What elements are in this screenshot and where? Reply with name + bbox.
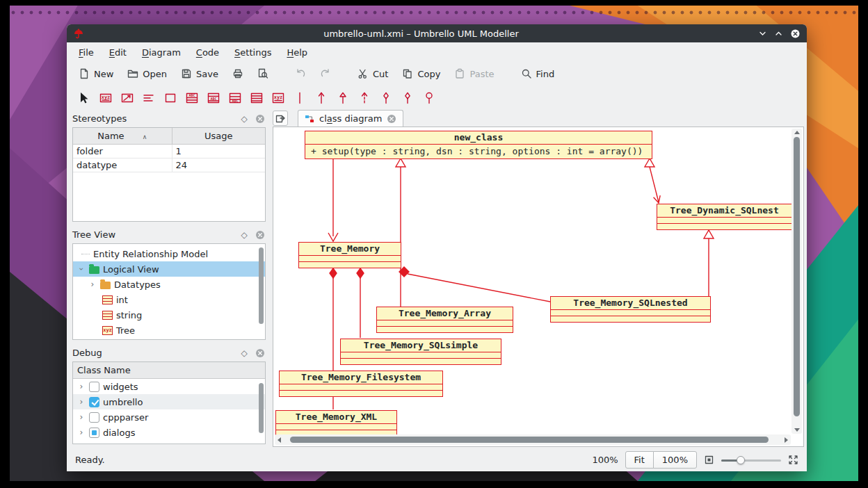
table-row[interactable]: datatype 24 [73,158,265,172]
paste-button[interactable]: Paste [449,65,499,82]
select-tool[interactable] [74,88,94,108]
aggregation-tool[interactable] [397,88,417,108]
horizontal-scrollbar-thumb[interactable] [290,437,769,443]
entity-tool[interactable]: xyz [268,88,288,108]
expander-chevron-icon[interactable]: › [77,265,86,273]
scroll-up-icon[interactable] [794,131,800,134]
class-name-column-header[interactable]: Class Name [73,362,265,379]
find-button[interactable]: Find [516,65,560,82]
zoom-slider[interactable] [721,455,781,466]
close-tab-icon[interactable] [387,114,396,124]
uml-class-tree-memory-sqlsimple[interactable]: Tree_Memory_SQLsimple [340,339,501,365]
diagram-tabbar: class diagram [270,110,807,127]
expander-chevron-icon[interactable]: › [88,280,97,288]
column-header-usage[interactable]: Usage [172,128,265,144]
uml-class-tree-memory-xml[interactable]: Tree_Memory_XML [275,410,397,437]
float-dock-icon[interactable]: ◇ [239,113,250,124]
uml-class-tree-memory[interactable]: Tree_Memory [298,242,401,268]
uml-class-tree-memory-sqlnested[interactable]: Tree_Memory_SQLnested [550,296,711,323]
close-dock-icon[interactable] [255,348,266,359]
vertical-scrollbar-thumb[interactable] [794,137,800,416]
copy-button[interactable]: Copy [397,65,445,82]
object-tool[interactable]: xyz [95,88,115,108]
save-button[interactable]: Save [176,65,223,82]
titlebar[interactable]: umbrello-uml.xmi – Umbrello UML Modeller [67,24,807,42]
interface-tool[interactable]: ABC [203,88,223,108]
scroll-left-icon[interactable] [278,437,281,443]
expander-chevron-icon[interactable]: › [77,398,86,406]
tree-item-int[interactable]: int [73,292,265,307]
expander-chevron-icon[interactable]: › [77,428,86,437]
debug-item-umbrello[interactable]: › umbrello [73,394,265,409]
vertical-scrollbar[interactable] [791,129,802,434]
cppparser-checkbox[interactable] [89,412,99,423]
tree-scrollbar-thumb[interactable] [259,247,264,324]
dialogs-checkbox[interactable] [89,428,99,438]
directional-association-tool[interactable] [311,88,331,108]
message-tool[interactable] [117,88,137,108]
expander-chevron-icon[interactable]: › [77,413,86,421]
menu-file[interactable]: File [72,45,100,60]
box-tool[interactable] [160,88,180,108]
widgets-checkbox[interactable] [89,382,99,392]
methods-compartment [341,358,501,364]
composition-tool[interactable] [376,88,396,108]
menu-edit[interactable]: Edit [103,45,133,60]
debug-scrollbar-thumb[interactable] [259,383,264,433]
dependency-tool[interactable] [354,88,374,108]
entity-box-icon: xyz [102,326,113,335]
new-button[interactable]: New [74,65,118,82]
association-tool[interactable] [289,88,310,108]
containment-tool[interactable] [419,88,439,108]
scroll-right-icon[interactable] [785,437,788,443]
table-row[interactable]: folder 1 [73,144,265,158]
horizontal-scrollbar[interactable] [275,434,791,445]
float-dock-icon[interactable]: ◇ [239,229,250,241]
expander-chevron-icon[interactable]: › [77,382,86,391]
tree-item-datatypes[interactable]: › Datatypes [73,277,265,292]
class-tool[interactable]: ABC [182,88,202,108]
debug-item-widgets[interactable]: › widgets [73,379,265,394]
minimize-button[interactable] [758,29,767,38]
print-preview-button[interactable] [252,65,273,82]
uml-class-new-class[interactable]: new_class + setup(type : string, dsn : s… [305,131,652,159]
generalization-tool[interactable] [332,88,353,108]
debug-item-dialogs[interactable]: › dialogs [73,425,265,440]
diagram-canvas[interactable]: new_class + setup(type : string, dsn : s… [273,127,804,447]
note-tool[interactable] [138,88,159,108]
umbrello-checkbox[interactable] [89,397,99,407]
tree-item-string[interactable]: string [73,307,265,323]
maximize-button[interactable] [774,29,783,38]
uml-class-tree-memory-array[interactable]: Tree_Memory_Array [376,307,513,333]
undo-button[interactable] [290,65,311,82]
uml-class-tree-memory-filesystem[interactable]: Tree_Memory_Filesystem [279,371,443,397]
tree-item-tree[interactable]: xyz Tree [73,323,265,338]
slider-knob[interactable] [737,456,745,464]
menu-diagram[interactable]: Diagram [136,45,187,60]
uml-class-tree-dynamic-sqlnest[interactable]: Tree_Dynamic_SQLnest [657,204,791,230]
scroll-down-icon[interactable] [794,428,800,432]
menu-code[interactable]: Code [190,45,225,60]
open-button[interactable]: Open [122,65,172,82]
tab-class-diagram[interactable]: class diagram [298,110,403,127]
zoom-100-button[interactable]: 100% [653,451,697,469]
column-header-name[interactable]: Name∧ [73,128,172,144]
redo-button[interactable] [315,65,336,82]
menu-settings[interactable]: Settings [228,45,278,60]
tree-item-logical-view[interactable]: › Logical View [73,261,265,277]
enum-tool[interactable] [246,88,266,108]
float-dock-icon[interactable]: ◇ [239,348,250,359]
debug-item-cppparser[interactable]: › cppparser [73,409,265,425]
close-dock-icon[interactable] [255,113,266,124]
zoom-fit-button[interactable]: Fit [625,451,654,469]
menu-help[interactable]: Help [280,45,314,60]
tree-item-entity-relationship-model[interactable]: Entity Relationship Model [73,246,265,261]
zoom-page-icon[interactable] [704,455,714,465]
close-button[interactable] [790,29,801,39]
new-tab-button[interactable] [273,111,288,126]
datatype-tool[interactable]: ABC [225,88,245,108]
print-button[interactable] [227,65,248,82]
fullscreen-expand-icon[interactable] [788,455,798,465]
cut-button[interactable]: Cut [353,65,393,82]
close-dock-icon[interactable] [255,229,266,241]
